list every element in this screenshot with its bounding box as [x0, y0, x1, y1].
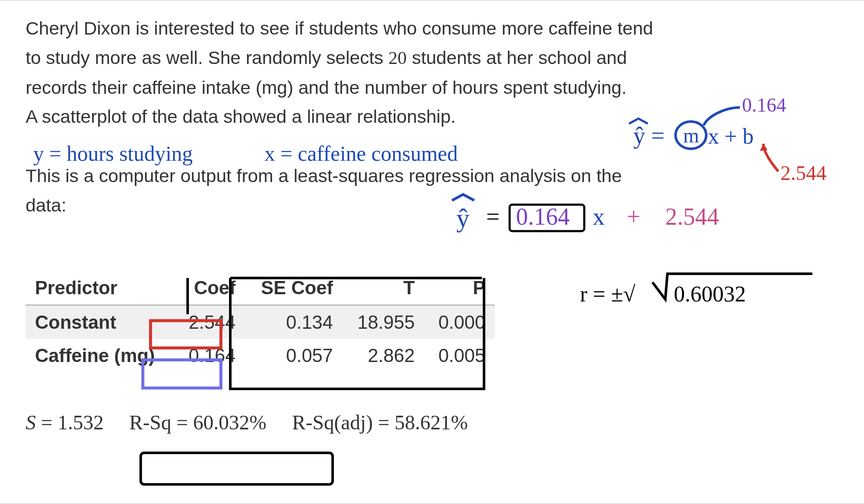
col-t: T	[342, 271, 424, 305]
arrow-icon	[704, 107, 740, 125]
box-icon	[141, 453, 333, 484]
cell-predictor: Constant	[26, 305, 174, 339]
table-header-row: Predictor Coef SE Coef T P	[26, 271, 495, 305]
problem-line-4: A scatterplot of the data showed a linea…	[26, 102, 691, 131]
arrow-icon	[763, 144, 778, 171]
stat-s-eq: =	[36, 411, 58, 434]
regression-table: Predictor Coef SE Coef T P Constant 2.54…	[26, 271, 495, 372]
problem-line-6: data:	[26, 191, 691, 220]
radical-icon	[652, 274, 812, 299]
cell-se-caffeine: 0.057	[245, 339, 342, 372]
annotation-b-value: 2.544	[780, 162, 826, 184]
sample-size: 20	[389, 48, 407, 68]
problem-line-2a: to study more as well. She randomly sele…	[26, 47, 389, 68]
col-coef: Coef	[174, 271, 245, 305]
cell-p-constant: 0.000	[424, 305, 495, 339]
problem-line-2: to study more as well. She randomly sele…	[26, 43, 691, 73]
stat-s-val: 1.532	[58, 411, 104, 434]
cell-coef-caffeine: 0.164	[174, 339, 245, 372]
problem-line-3: records their caffeine intake (mg) and t…	[26, 73, 691, 102]
annotation-r-val: 0.60032	[674, 282, 746, 306]
problem-line-1: Cheryl Dixon is interested to see if stu…	[26, 14, 691, 43]
cell-p-caffeine: 0.005	[424, 339, 495, 372]
cell-coef-constant: 2.544	[174, 305, 245, 339]
problem-statement: Cheryl Dixon is interested to see if stu…	[26, 14, 691, 220]
col-se-coef: SE Coef	[245, 271, 342, 305]
cell-predictor: Caffeine (mg)	[26, 339, 174, 372]
table-row: Constant 2.544 0.134 18.955 0.000	[26, 305, 495, 339]
problem-line-5: This is a computer output from a least-s…	[26, 161, 691, 191]
stat-rsq-val: = 60.032%	[171, 411, 267, 434]
cell-se-constant: 0.134	[245, 305, 342, 339]
annotation-r-expr: r = ±√	[580, 282, 635, 306]
stat-s-label: S	[26, 411, 36, 434]
col-p: P	[424, 271, 495, 305]
problem-line-2b: students at her school and	[407, 47, 627, 68]
annotation-m-value: 0.164	[742, 94, 786, 116]
annotation-r: r = ±√ 0.60032	[580, 274, 812, 306]
arrowhead-icon	[760, 144, 768, 151]
col-predictor: Predictor	[26, 271, 174, 305]
stat-rsq-label: R-Sq	[129, 411, 171, 434]
cell-t-caffeine: 2.862	[342, 339, 424, 372]
page: Cheryl Dixon is interested to see if stu…	[0, 0, 864, 504]
model-stats: S = 1.532 R-Sq = 60.032% R-Sq(adj) = 58.…	[26, 411, 838, 434]
table-row: Caffeine (mg) 0.164 0.057 2.862 0.005	[26, 339, 495, 372]
annotation-model-xb: x + b	[708, 124, 754, 148]
stat-rsq-adj-val: = 58.621%	[373, 411, 468, 434]
stat-rsq-adj-label: R-Sq(adj)	[292, 411, 373, 434]
cell-t-constant: 18.955	[342, 305, 424, 339]
